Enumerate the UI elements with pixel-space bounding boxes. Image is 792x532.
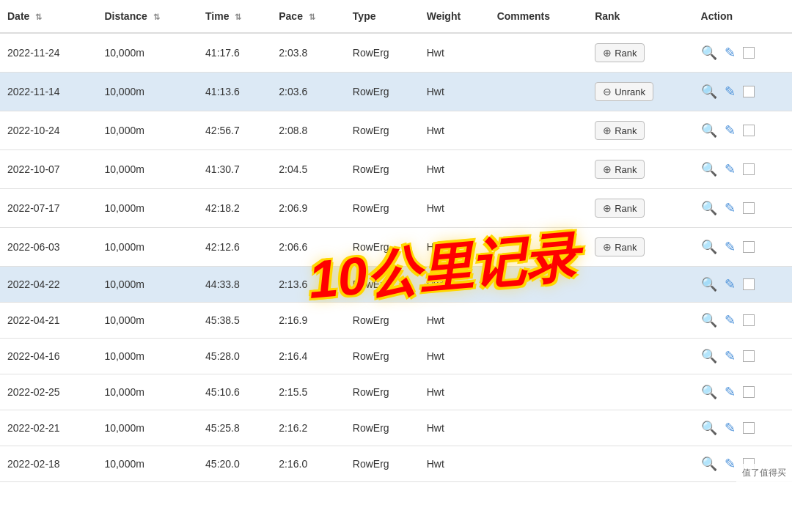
edit-icon[interactable]: ✎ bbox=[725, 276, 736, 292]
edit-icon[interactable]: ✎ bbox=[725, 456, 736, 472]
cell-type: RowErg bbox=[345, 446, 419, 482]
rank-button[interactable]: ⊕Rank bbox=[595, 237, 645, 256]
cell-time: 44:33.8 bbox=[198, 267, 271, 303]
cell-date: 2022-11-14 bbox=[0, 73, 97, 111]
cell-comments bbox=[490, 303, 587, 339]
col-header-rank: Rank bbox=[587, 0, 693, 33]
cell-date: 2022-02-25 bbox=[0, 374, 97, 410]
cell-time: 41:17.6 bbox=[198, 33, 271, 73]
row-checkbox[interactable] bbox=[743, 241, 755, 253]
col-header-distance[interactable]: Distance ⇅ bbox=[97, 0, 198, 33]
plus-circle-icon: ⊕ bbox=[603, 163, 612, 175]
cell-comments bbox=[490, 446, 587, 482]
col-header-date[interactable]: Date ⇅ bbox=[0, 0, 97, 33]
table-row: 2022-02-1810,000m45:20.02:16.0RowErgHwt🔍… bbox=[0, 446, 792, 482]
cell-type: RowErg bbox=[345, 73, 419, 111]
search-icon[interactable]: 🔍 bbox=[701, 420, 717, 436]
search-icon[interactable]: 🔍 bbox=[701, 45, 717, 61]
row-checkbox[interactable] bbox=[743, 386, 755, 398]
cell-distance: 10,000m bbox=[97, 189, 198, 228]
edit-icon[interactable]: ✎ bbox=[725, 348, 736, 364]
cell-weight: Hwt bbox=[419, 374, 490, 410]
row-checkbox[interactable] bbox=[743, 350, 755, 362]
search-icon[interactable]: 🔍 bbox=[701, 276, 717, 292]
cell-distance: 10,000m bbox=[97, 73, 198, 111]
cell-weight: Hwt bbox=[419, 446, 490, 482]
action-icons-group: 🔍✎ bbox=[701, 45, 785, 61]
row-checkbox[interactable] bbox=[743, 86, 755, 97]
search-icon[interactable]: 🔍 bbox=[701, 348, 717, 364]
edit-icon[interactable]: ✎ bbox=[725, 122, 736, 138]
col-header-comments: Comments bbox=[490, 0, 587, 33]
time-sort-icon: ⇅ bbox=[235, 12, 241, 22]
cell-action: 🔍✎ bbox=[694, 410, 792, 446]
edit-icon[interactable]: ✎ bbox=[725, 312, 736, 328]
cell-date: 2022-07-17 bbox=[0, 189, 97, 228]
cell-rank bbox=[587, 267, 693, 303]
row-checkbox[interactable] bbox=[743, 163, 755, 175]
rank-button[interactable]: ⊕Rank bbox=[595, 43, 645, 62]
search-icon[interactable]: 🔍 bbox=[701, 239, 717, 255]
workouts-table: Date ⇅ Distance ⇅ Time ⇅ Pace ⇅ Type bbox=[0, 0, 792, 482]
row-checkbox[interactable] bbox=[743, 314, 755, 326]
search-icon[interactable]: 🔍 bbox=[701, 161, 717, 177]
action-icons-group: 🔍✎ bbox=[701, 276, 785, 292]
cell-time: 42:12.6 bbox=[198, 228, 271, 267]
row-checkbox[interactable] bbox=[743, 125, 755, 136]
search-icon[interactable]: 🔍 bbox=[701, 384, 717, 400]
cell-time: 45:20.0 bbox=[198, 446, 271, 482]
edit-icon[interactable]: ✎ bbox=[725, 420, 736, 436]
row-checkbox[interactable] bbox=[743, 278, 755, 290]
edit-icon[interactable]: ✎ bbox=[725, 384, 736, 400]
search-icon[interactable]: 🔍 bbox=[701, 312, 717, 328]
cell-type: RowErg bbox=[345, 150, 419, 189]
edit-icon[interactable]: ✎ bbox=[725, 45, 736, 61]
search-icon[interactable]: 🔍 bbox=[701, 456, 717, 472]
col-header-pace[interactable]: Pace ⇅ bbox=[271, 0, 345, 33]
row-checkbox[interactable] bbox=[743, 422, 755, 434]
col-header-time[interactable]: Time ⇅ bbox=[198, 0, 271, 33]
cell-time: 45:28.0 bbox=[198, 339, 271, 374]
cell-weight: Hwt bbox=[419, 228, 490, 267]
rank-btn-label: Rank bbox=[615, 203, 637, 214]
cell-weight: Hwt bbox=[419, 189, 490, 228]
action-icons-group: 🔍✎ bbox=[701, 420, 785, 436]
action-icons-group: 🔍✎ bbox=[701, 239, 785, 255]
cell-pace: 2:04.5 bbox=[271, 150, 345, 189]
cell-action: 🔍✎ bbox=[694, 228, 792, 267]
rank-button[interactable]: ⊕Rank bbox=[595, 199, 645, 218]
table-container: Date ⇅ Distance ⇅ Time ⇅ Pace ⇅ Type bbox=[0, 0, 792, 482]
rank-btn-label: Rank bbox=[615, 242, 637, 253]
cell-weight: Hwt bbox=[419, 33, 490, 73]
rank-button[interactable]: ⊕Rank bbox=[595, 160, 645, 179]
cell-action: 🔍✎ bbox=[694, 374, 792, 410]
edit-icon[interactable]: ✎ bbox=[725, 84, 736, 100]
cell-pace: 2:16.2 bbox=[271, 410, 345, 446]
search-icon[interactable]: 🔍 bbox=[701, 84, 717, 100]
cell-distance: 10,000m bbox=[97, 374, 198, 410]
cell-comments bbox=[490, 267, 587, 303]
cell-comments bbox=[490, 374, 587, 410]
cell-time: 45:10.6 bbox=[198, 374, 271, 410]
cell-type: RowErg bbox=[345, 303, 419, 339]
row-checkbox[interactable] bbox=[743, 202, 755, 214]
search-icon[interactable]: 🔍 bbox=[701, 122, 717, 138]
unrank-button[interactable]: ⊖Unrank bbox=[595, 82, 653, 101]
cell-rank bbox=[587, 446, 693, 482]
search-icon[interactable]: 🔍 bbox=[701, 200, 717, 216]
rank-button[interactable]: ⊕Rank bbox=[595, 121, 645, 140]
table-header-row: Date ⇅ Distance ⇅ Time ⇅ Pace ⇅ Type bbox=[0, 0, 792, 33]
row-checkbox[interactable] bbox=[743, 47, 755, 59]
cell-date: 2022-04-16 bbox=[0, 339, 97, 374]
action-icons-group: 🔍✎ bbox=[701, 200, 785, 216]
table-row: 2022-06-0310,000m42:12.62:06.6RowErgHwt⊕… bbox=[0, 228, 792, 267]
cell-pace: 2:15.5 bbox=[271, 374, 345, 410]
edit-icon[interactable]: ✎ bbox=[725, 161, 736, 177]
rank-btn-label: Rank bbox=[615, 48, 637, 59]
cell-action: 🔍✎ bbox=[694, 267, 792, 303]
edit-icon[interactable]: ✎ bbox=[725, 239, 736, 255]
col-header-type: Type bbox=[345, 0, 419, 33]
cell-time: 45:25.8 bbox=[198, 410, 271, 446]
cell-time: 42:56.7 bbox=[198, 111, 271, 150]
edit-icon[interactable]: ✎ bbox=[725, 200, 736, 216]
